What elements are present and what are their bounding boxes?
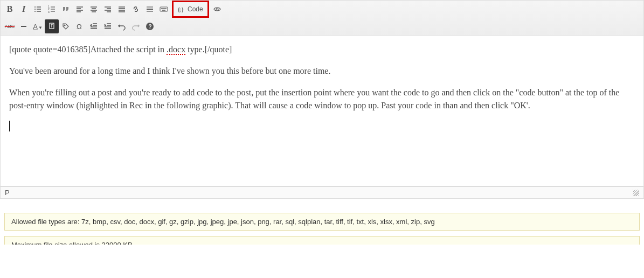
editor-status-bar: P (0, 186, 644, 199)
svg-point-32 (162, 9, 162, 9)
italic-button[interactable]: I (17, 2, 31, 16)
editor-caret-line (9, 121, 635, 134)
font-color-button[interactable]: A▼ (31, 19, 45, 33)
spellcheck-error: .docx (167, 45, 185, 55)
code-button[interactable]: {;} Code (175, 2, 206, 16)
svg-point-35 (165, 9, 165, 9)
align-right-button[interactable] (101, 2, 115, 16)
toolbar-row-1: B I 123 {;} Code (1, 1, 643, 18)
ordered-list-button[interactable]: 123 (45, 2, 59, 16)
toolbar-row-2: ABC A▼ Ω ? (1, 18, 643, 35)
tag-icon[interactable] (59, 19, 73, 33)
align-justify-button[interactable] (115, 2, 129, 16)
allowed-filetypes-notice: Allowed file types are: 7z, bmp, csv, do… (4, 213, 640, 231)
editor-paragraph-2: You've been around for a long time and I… (9, 65, 635, 78)
max-filesize-notice: Maximum file size allowed is 32000 KB (4, 236, 640, 245)
svg-text:{;}: {;} (178, 6, 184, 12)
svg-text:Ω: Ω (77, 23, 82, 31)
editor-paragraph-3: When you're filling out a post and you'r… (9, 86, 635, 112)
editor-content-area[interactable]: [quote quote=4016385]Attached the script… (0, 36, 644, 186)
keyboard-icon[interactable] (157, 2, 171, 16)
align-left-button[interactable] (73, 2, 87, 16)
bold-button[interactable]: B (3, 2, 17, 16)
preview-icon[interactable] (210, 2, 224, 16)
align-center-button[interactable] (87, 2, 101, 16)
text-caret (9, 121, 10, 131)
link-icon[interactable] (129, 2, 143, 16)
redo-button[interactable] (129, 19, 143, 33)
code-button-label: Code (188, 5, 203, 13)
unordered-list-button[interactable] (31, 2, 45, 16)
omega-icon[interactable]: Ω (73, 19, 87, 33)
help-icon[interactable]: ? (143, 19, 157, 33)
svg-point-39 (216, 8, 218, 10)
editor-toolbar: B I 123 {;} Code ABC A▼ Ω ? (0, 0, 644, 36)
svg-point-0 (34, 6, 36, 8)
svg-text:3: 3 (48, 10, 50, 13)
svg-text:?: ? (149, 24, 152, 30)
outdent-button[interactable] (87, 19, 101, 33)
code-button-highlight: {;} Code (172, 1, 209, 18)
element-path[interactable]: P (5, 189, 10, 197)
resize-handle[interactable] (633, 190, 639, 196)
svg-point-42 (64, 25, 65, 26)
spellcheck-button[interactable]: ABC (3, 19, 17, 33)
indent-button[interactable] (101, 19, 115, 33)
format-paste-button[interactable] (45, 19, 59, 33)
svg-point-36 (166, 9, 167, 9)
undo-button[interactable] (115, 19, 129, 33)
svg-point-4 (34, 11, 36, 12)
hr-icon[interactable] (143, 2, 157, 16)
quote-icon[interactable] (59, 2, 73, 16)
hr-button-2[interactable] (17, 19, 31, 33)
editor-paragraph-1: [quote quote=4016385]Attached the script… (9, 43, 635, 56)
svg-point-2 (34, 9, 36, 10)
svg-point-34 (164, 9, 164, 9)
svg-point-33 (163, 9, 163, 9)
